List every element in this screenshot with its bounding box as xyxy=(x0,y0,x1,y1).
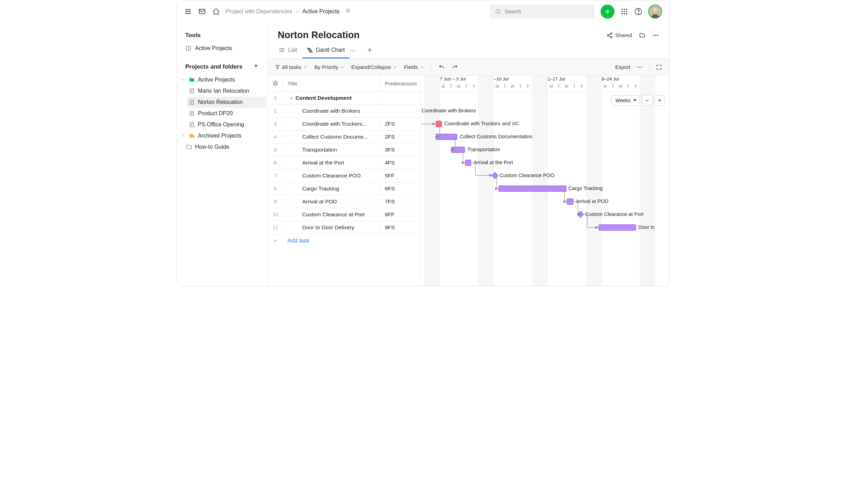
svg-point-66 xyxy=(641,66,642,68)
sort-by-priority[interactable]: By Priority xyxy=(314,64,344,70)
chevron-down-icon xyxy=(340,65,344,69)
page-title: Norton Relocation xyxy=(278,30,360,41)
export-button[interactable]: Export xyxy=(615,64,630,70)
expand-collapse[interactable]: Expand/Collapse xyxy=(351,64,397,70)
search-input[interactable] xyxy=(490,5,595,19)
gantt-bar[interactable] xyxy=(465,160,471,166)
tab-gantt[interactable]: Gantt Chart xyxy=(303,43,349,58)
svg-line-46 xyxy=(609,36,610,37)
svg-point-15 xyxy=(624,13,625,14)
grid-settings-icon[interactable] xyxy=(268,76,283,91)
breadcrumb-parent[interactable]: Project with Dependencies xyxy=(226,8,292,15)
svg-point-43 xyxy=(607,34,609,36)
plus-icon xyxy=(268,234,283,247)
add-folder-icon[interactable] xyxy=(253,63,259,71)
gantt-milestone[interactable] xyxy=(577,211,584,218)
menu-icon[interactable] xyxy=(184,7,192,16)
gantt-bar[interactable] xyxy=(436,134,457,140)
fields-dropdown[interactable]: Fields xyxy=(404,64,424,70)
svg-point-59 xyxy=(350,50,351,51)
svg-point-42 xyxy=(610,33,612,34)
sidebar-item-norton[interactable]: Norton Relocation xyxy=(187,97,266,108)
table-row[interactable]: 1Content Development xyxy=(268,92,421,105)
sidebar-item-mario[interactable]: Mario Ian Relocation xyxy=(187,85,266,97)
toolbar-more-icon[interactable] xyxy=(637,64,643,70)
table-row[interactable]: 6Arrival at the Port4FS xyxy=(268,156,421,169)
fullscreen-icon[interactable] xyxy=(656,64,662,70)
gantt-bar-label: Cargo Tracking xyxy=(568,186,603,191)
gantt-bar-label: Coordinate with Truckers and VC xyxy=(444,121,519,126)
svg-rect-58 xyxy=(310,51,312,52)
gantt-bar-label: Coordinate with Brokers xyxy=(422,108,476,113)
gantt-bar-label: Arrival at the Port xyxy=(474,160,513,165)
table-row[interactable]: 4Collect Customs Docume...2FS xyxy=(268,131,421,144)
inbox-icon[interactable] xyxy=(198,7,206,16)
gantt-bar[interactable] xyxy=(436,121,442,127)
table-row[interactable]: 9Arrival at POD7FS xyxy=(268,195,421,208)
sidebar-item-active-projects[interactable]: Active Projects xyxy=(178,74,266,85)
sidebar-item-archived[interactable]: Archived Projects xyxy=(178,130,266,141)
svg-point-47 xyxy=(653,35,654,36)
chevron-down-icon xyxy=(289,96,293,100)
gantt-toolbar: All tasks By Priority Expand/Collapse Fi… xyxy=(268,59,669,76)
table-row[interactable]: 7Custom Clearance POO5FF xyxy=(268,169,421,182)
gantt-bar-label: Transportation xyxy=(467,147,500,152)
chevron-down-icon xyxy=(303,65,307,69)
tab-list[interactable]: List xyxy=(275,43,301,58)
zoom-out-button[interactable]: − xyxy=(642,95,652,106)
svg-point-48 xyxy=(655,35,656,36)
sidebar-item-howto[interactable]: How-to Guide xyxy=(178,141,266,153)
col-predecessors[interactable]: Predecessors xyxy=(381,76,421,91)
sidebar-item-ps-office[interactable]: PS Office Opening xyxy=(187,119,266,130)
svg-point-16 xyxy=(626,13,627,14)
table-row[interactable]: 2Coordinate with Brokers xyxy=(268,105,421,118)
gantt-bar[interactable] xyxy=(451,147,465,153)
col-title[interactable]: Title xyxy=(283,76,381,91)
tab-more-icon[interactable] xyxy=(348,48,357,54)
sidebar-projects-heading: Projects and folders xyxy=(177,61,268,74)
add-button[interactable] xyxy=(601,5,615,19)
home-icon[interactable] xyxy=(212,7,220,16)
table-row[interactable]: 11Door to Door Delivery9FS xyxy=(268,221,421,234)
zoom-in-button[interactable]: + xyxy=(654,95,665,106)
svg-point-12 xyxy=(624,11,625,12)
svg-point-9 xyxy=(624,8,625,10)
svg-point-14 xyxy=(622,13,623,14)
shared-button[interactable]: Shared xyxy=(606,32,632,38)
svg-point-10 xyxy=(626,8,627,10)
sidebar-tool-active-projects[interactable]: Active Projects xyxy=(177,42,268,54)
gantt-bar-label: Door tc xyxy=(638,224,655,230)
search-icon xyxy=(495,8,501,15)
filter-all-tasks[interactable]: All tasks xyxy=(275,64,307,70)
breadcrumb-current[interactable]: Active Projects xyxy=(303,8,340,15)
table-row[interactable]: 10Custom Clearance at Port8FF xyxy=(268,208,421,221)
folder-icon[interactable] xyxy=(639,32,645,38)
zoom-select[interactable]: Weeks xyxy=(611,95,640,106)
gantt-bar[interactable] xyxy=(598,224,636,231)
redo-icon[interactable] xyxy=(452,64,458,70)
gantt-bar[interactable] xyxy=(567,198,574,205)
more-icon[interactable] xyxy=(652,32,659,39)
gantt-bar[interactable] xyxy=(498,186,567,192)
table-row[interactable]: 3Coordinate with Truckers...2FS xyxy=(268,118,421,131)
breadcrumb: Project with Dependencies › Active Proje… xyxy=(226,8,351,15)
undo-icon[interactable] xyxy=(438,64,445,70)
gantt-bar-label: Custom Clearance at Port xyxy=(585,211,644,217)
main-panel: Norton Relocation Shared xyxy=(268,23,669,286)
filter-icon xyxy=(275,64,280,70)
chevron-down-icon xyxy=(393,65,397,69)
table-row[interactable]: 8Cargo Tracking6FS xyxy=(268,182,421,195)
add-tab-icon[interactable] xyxy=(367,47,373,54)
chevron-down-icon xyxy=(420,65,424,69)
pin-icon[interactable] xyxy=(345,8,351,15)
help-icon[interactable] xyxy=(634,7,643,16)
gantt-timeline[interactable]: 27 Jun – 3 Jul4–10 Jul11–17 Jul18–24 Jul… xyxy=(421,76,669,286)
table-row[interactable]: 5Transportation3FS xyxy=(268,144,421,156)
add-task-row[interactable]: Add task xyxy=(268,234,421,247)
apps-icon[interactable] xyxy=(620,7,629,16)
avatar[interactable] xyxy=(648,5,662,19)
svg-point-65 xyxy=(639,66,640,68)
gantt-bar-label: Collect Customs Documentation xyxy=(460,134,532,139)
sidebar-item-product-dp20[interactable]: Product DP20 xyxy=(187,108,266,119)
chevron-right-icon xyxy=(180,133,186,139)
